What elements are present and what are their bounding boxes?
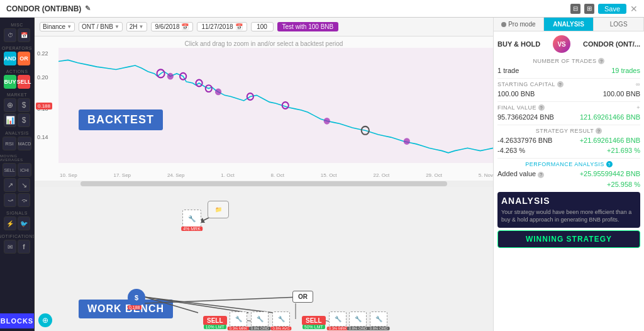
folder-icon: 📁 bbox=[215, 206, 222, 213]
ma-label: MOVING AVERAGES bbox=[0, 154, 34, 162]
plus-icon[interactable]: + bbox=[636, 104, 640, 111]
info-icon-strategy[interactable]: ? bbox=[596, 128, 602, 134]
rsi-button[interactable]: RSI bbox=[3, 137, 16, 150]
macd-button[interactable]: MACD bbox=[18, 137, 31, 150]
restore-icon[interactable]: ⊞ bbox=[584, 4, 594, 14]
linechart2-button[interactable]: ↘ bbox=[18, 178, 30, 192]
sell-node-2[interactable]: SELL 50% LMT bbox=[302, 316, 326, 325]
added-pct-row: +25.958 % bbox=[497, 179, 640, 189]
y-label-014: 0.14 bbox=[37, 134, 48, 140]
capital-left: 100.00 BNB bbox=[497, 90, 535, 98]
email-button[interactable]: ✉ bbox=[4, 240, 16, 254]
signal-icon[interactable]: ⚡ bbox=[4, 216, 16, 230]
save-button[interactable]: Save bbox=[598, 4, 626, 14]
right-panel-body: BUY & HOLD VS CONDOR (ONT/... NUMBER OF … bbox=[494, 31, 644, 331]
dollar-node[interactable]: $ bbox=[128, 289, 145, 306]
folder-node[interactable]: 📁 bbox=[208, 201, 229, 218]
and-button[interactable]: AND bbox=[4, 52, 16, 65]
trade-node-2[interactable]: 🔧 0.8% ORD bbox=[251, 311, 269, 327]
capital-row: 100.00 BNB 100.00 BNB bbox=[497, 89, 640, 99]
interval-select[interactable]: 2H ▼ bbox=[126, 22, 147, 31]
chevron-down-icon: ▼ bbox=[114, 24, 119, 30]
trade-badge-mrk: 4% MRK bbox=[181, 227, 203, 231]
divider2 bbox=[497, 101, 640, 102]
trade-node-5[interactable]: 🔧 0.8% ORD bbox=[349, 311, 367, 327]
buy-button[interactable]: BUY bbox=[4, 75, 16, 89]
amount-field[interactable]: 100 bbox=[251, 22, 274, 31]
divider3 bbox=[497, 125, 640, 125]
analysis-box: ANALYSIS Your strategy would have been m… bbox=[497, 192, 640, 228]
trending1-button[interactable]: ⤻ bbox=[4, 193, 16, 207]
winning-strategy-button[interactable]: WINNING STRATEGY bbox=[497, 230, 640, 248]
strategy-val-left: -4.26337976 BNB bbox=[497, 137, 552, 144]
center-content: Binance ▼ ONT / BNB ▼ 2H ▼ 9/6/2018 📅 11… bbox=[35, 18, 493, 331]
compare-vs-badge: VS bbox=[553, 35, 570, 53]
trending2-button[interactable]: ⤼ bbox=[18, 193, 30, 207]
price-chart bbox=[58, 48, 493, 163]
trade-node-1[interactable]: 🔧 0.3% MRK bbox=[230, 311, 247, 327]
info-icon-trades[interactable]: ? bbox=[598, 58, 604, 64]
twitter-button[interactable]: 🐦 bbox=[18, 216, 30, 230]
compare-right-label: CONDOR (ONT/... bbox=[583, 40, 640, 48]
workbench-area[interactable]: WORK BENCH bbox=[35, 187, 493, 331]
exchange-select[interactable]: Binance ▼ bbox=[40, 22, 75, 31]
facebook-button[interactable]: f bbox=[18, 240, 30, 254]
market-icon4[interactable]: $ bbox=[18, 113, 30, 127]
ichi-button[interactable]: ICHI bbox=[18, 163, 31, 177]
notification-buttons: ✉ f bbox=[4, 240, 30, 254]
end-date-field[interactable]: 11/27/2018 📅 bbox=[197, 22, 247, 31]
sell-button[interactable]: SELL bbox=[18, 75, 30, 89]
market-icon1[interactable]: ⊕ bbox=[4, 98, 16, 112]
trade-node-top[interactable]: 🔧 4% MRK bbox=[182, 210, 201, 227]
info-icon-added[interactable]: ? bbox=[538, 172, 544, 178]
tab-logs[interactable]: LOGS bbox=[594, 18, 644, 31]
sell-ma-button[interactable]: SELL bbox=[3, 163, 16, 177]
badge-03mrk1: 0.3% MRK bbox=[228, 327, 250, 330]
final-section-title: FINAL VALUE ? + bbox=[497, 104, 640, 111]
minimize-icon[interactable]: ⊟ bbox=[570, 4, 580, 14]
market-icon3[interactable]: 📊 bbox=[4, 113, 16, 127]
final-row: 95.73662024 BNB 121.69261466 BNB bbox=[497, 112, 640, 122]
infinity-icon[interactable]: ∞ bbox=[636, 81, 640, 87]
test-button[interactable]: Test with 100 BNB bbox=[277, 22, 339, 31]
final-left: 95.73662024 BNB bbox=[497, 113, 554, 121]
date-oct15: 15. Oct bbox=[321, 172, 337, 178]
linechart1-button[interactable]: ↗ bbox=[4, 178, 16, 192]
or-button[interactable]: OR bbox=[18, 52, 30, 65]
added-value-val: +25.95599442 BNB bbox=[580, 170, 640, 177]
trade-node-3[interactable]: 🔧 0.8% AVG bbox=[272, 311, 290, 327]
calendar-button[interactable]: 📅 bbox=[18, 28, 30, 42]
sell-node-1[interactable]: SELL 10% LMT bbox=[203, 316, 227, 325]
info-icon-capital[interactable]: ? bbox=[557, 81, 564, 87]
signals-label: SIGNALS bbox=[6, 211, 28, 215]
tab-pro-mode[interactable]: Pro mode bbox=[494, 18, 544, 31]
chevron-down-icon: ▼ bbox=[67, 24, 72, 30]
chart-scrollbar-thumb[interactable] bbox=[80, 181, 447, 186]
or-node-1[interactable]: OR bbox=[292, 291, 313, 303]
ma-buttons2: ↗ ↘ bbox=[4, 178, 30, 192]
action-buttons: BUY SELL bbox=[4, 75, 30, 89]
market-buttons: ⊕ $ bbox=[4, 98, 30, 112]
trade-node-6[interactable]: 🔧 0.8% ORD bbox=[370, 311, 387, 327]
start-date-field[interactable]: 9/6/2018 📅 bbox=[151, 22, 194, 31]
blocks-label: BLOCKS bbox=[0, 313, 34, 328]
info-icon-perf[interactable]: ? bbox=[606, 161, 613, 167]
chart-scrollbar[interactable] bbox=[35, 181, 493, 187]
pair-select[interactable]: ONT / BNB ▼ bbox=[79, 22, 123, 31]
chart-area[interactable]: Click and drag to zoom in and/or select … bbox=[35, 36, 493, 181]
trade-node-4[interactable]: 🔧 0.3% MRK bbox=[329, 311, 347, 327]
tab-analysis[interactable]: ANALYSIS bbox=[544, 18, 594, 31]
navigate-icon[interactable]: ⊕ bbox=[38, 313, 52, 327]
analysis-box-title: ANALYSIS bbox=[501, 196, 636, 206]
trades-right: 19 trades bbox=[611, 67, 640, 74]
svg-point-2 bbox=[167, 73, 174, 80]
analysis-buttons: RSI MACD bbox=[3, 137, 31, 150]
dollar-price-badge: 0.188 bbox=[128, 305, 142, 310]
dollar-icon: $ bbox=[135, 294, 138, 301]
info-icon-final[interactable]: ? bbox=[538, 104, 545, 111]
clock-button[interactable]: ⏱ bbox=[4, 28, 16, 42]
close-button[interactable]: ✕ bbox=[630, 4, 638, 14]
market-label: MARKET bbox=[7, 93, 27, 97]
market-icon2[interactable]: $ bbox=[18, 98, 30, 112]
edit-icon[interactable]: ✎ bbox=[85, 4, 91, 13]
